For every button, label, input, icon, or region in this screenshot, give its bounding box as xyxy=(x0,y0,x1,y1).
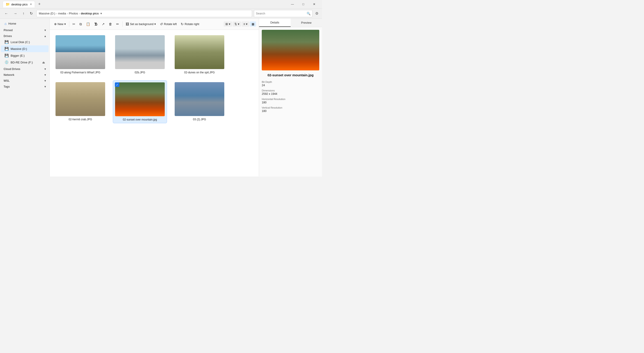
file-item[interactable]: 02b.JPG xyxy=(113,34,167,76)
dimensions-value: 2592 x 1944 xyxy=(262,92,319,96)
close-button[interactable]: ✕ xyxy=(309,1,319,8)
file-grid: 02-along Fisherman's Wharf.JPG 02b.JPG 0… xyxy=(50,30,259,176)
file-thumbnail xyxy=(115,35,165,69)
forward-button[interactable]: → xyxy=(12,10,19,16)
bit-depth-value: 24 xyxy=(262,84,319,87)
sidebar-item-bdre[interactable]: 💿 BD-RE Drive (F:) ⏏ xyxy=(1,59,48,66)
sort-icon: ⇅ xyxy=(234,22,237,26)
file-name: 02-along Fisherman's Wharf.JPG xyxy=(60,71,100,74)
compress-icon: 🗜 xyxy=(94,22,98,26)
rotate-right-label: Rotate right xyxy=(184,22,199,26)
copy-icon: ⧉ xyxy=(80,22,82,26)
new-dropdown-icon: ▾ xyxy=(64,22,66,26)
selection-checkbox[interactable]: ✓ xyxy=(115,82,119,87)
settings-button[interactable]: ⚙ xyxy=(314,10,319,16)
maximize-button[interactable]: □ xyxy=(298,1,308,8)
share-button[interactable]: ↗ xyxy=(100,21,106,27)
toolbar: ⊕ New ▾ ✂ ⧉ 📋 🗜 ↗ 🗑 xyxy=(50,18,259,30)
new-button[interactable]: ⊕ New ▾ xyxy=(52,21,68,27)
bit-depth-label: Bit Depth xyxy=(262,80,319,83)
plus-icon: ⊕ xyxy=(54,22,57,26)
file-item[interactable]: 02-hermit crab.JPG xyxy=(53,80,108,123)
rotate-left-button[interactable]: ↺ Rotate left xyxy=(158,21,178,27)
breadcrumb-drive[interactable]: Massive (D:) xyxy=(39,12,55,15)
sidebar: ⌂ Home Pinned ▾ Drives ▴ 💾 Local Disk (C… xyxy=(0,18,50,176)
toolbar-separator-2 xyxy=(122,22,122,27)
file-item-selected[interactable]: ✓ 02-sunset over mountain.jpg xyxy=(113,80,167,123)
set-background-label: Set as background xyxy=(130,22,154,26)
sidebar-network-section[interactable]: Network ▾ xyxy=(0,72,50,78)
toolbar-separator-1 xyxy=(69,22,69,27)
paste-button[interactable]: 📋 xyxy=(84,21,92,27)
paste-icon: 📋 xyxy=(86,22,90,26)
rotate-left-label: Rotate left xyxy=(164,22,177,26)
tab-details[interactable]: Details xyxy=(259,18,291,27)
sidebar-tags-section[interactable]: Tags ▾ xyxy=(0,83,50,89)
eject-button[interactable]: ⏏ xyxy=(42,61,45,64)
sidebar-pinned-section[interactable]: Pinned ▾ xyxy=(0,27,50,33)
breadcrumb-photos[interactable]: Photos xyxy=(69,12,78,15)
file-name: 03 (2).JPG xyxy=(193,118,206,121)
dimensions-label: Dimensions xyxy=(262,89,319,92)
bdre-label: BD-RE Drive (F:) xyxy=(10,61,33,64)
up-button[interactable]: ↑ xyxy=(21,10,26,16)
minimize-button[interactable]: — xyxy=(287,1,298,8)
file-thumbnail xyxy=(115,82,165,116)
sidebar-item-bigger[interactable]: 💾 Bigger (E:) xyxy=(1,52,48,59)
file-thumbnail xyxy=(175,82,224,116)
delete-button[interactable]: 🗑 xyxy=(107,21,114,27)
search-input[interactable] xyxy=(256,12,307,15)
titlebar: 📁 desktop pics ✕ + — □ ✕ xyxy=(0,0,322,8)
file-name: 02-sunset over mountain.jpg xyxy=(123,118,157,121)
file-item[interactable]: 03 (2).JPG xyxy=(172,80,226,123)
folder-icon: 📁 xyxy=(6,2,10,6)
sidebar-item-local-disk[interactable]: 💾 Local Disk (C:) xyxy=(1,38,48,45)
file-item[interactable]: 02-dunes on the spit.JPG xyxy=(172,34,226,76)
sidebar-drives-section[interactable]: Drives ▴ xyxy=(0,33,50,38)
rotate-right-button[interactable]: ↻ Rotate right xyxy=(179,21,201,27)
breadcrumb-dropdown-button[interactable]: ▾ xyxy=(100,12,102,15)
breadcrumb-current[interactable]: desktop pics xyxy=(81,12,98,15)
horiz-res-value: 180 xyxy=(262,101,319,104)
set-background-button[interactable]: 🖼 Set as background ▾ xyxy=(124,21,158,27)
cut-button[interactable]: ✂ xyxy=(71,21,77,27)
sidebar-cloud-section[interactable]: Cloud Drives ▾ xyxy=(0,66,50,72)
file-thumbnail xyxy=(175,35,224,69)
preview-image xyxy=(262,30,319,70)
view-type-button[interactable]: ⊞ ▾ xyxy=(224,22,232,27)
tab-label: desktop pics xyxy=(11,3,28,6)
local-disk-label: Local Disk (C:) xyxy=(10,40,30,44)
window-controls: — □ ✕ xyxy=(287,1,319,8)
search-icon: 🔍 xyxy=(307,12,310,15)
compress-button[interactable]: 🗜 xyxy=(92,21,100,27)
refresh-button[interactable]: ↻ xyxy=(28,10,34,16)
sidebar-wsl-section[interactable]: WSL ▾ xyxy=(0,78,50,83)
sort-button[interactable]: ⇅ ▾ xyxy=(233,22,241,27)
active-tab[interactable]: 📁 desktop pics ✕ xyxy=(3,1,35,8)
panel-content: 02-sunset over mountain.jpg Bit Depth 24… xyxy=(259,27,322,176)
breadcrumb[interactable]: Massive (D:) › media › Photos › desktop … xyxy=(36,10,252,17)
sidebar-item-home[interactable]: ⌂ Home xyxy=(1,20,48,27)
layout-button[interactable]: ▦ xyxy=(250,22,256,27)
vert-res-value: 180 xyxy=(262,110,319,113)
panel-tabs: Details Preview xyxy=(259,18,322,27)
breadcrumb-media[interactable]: media xyxy=(58,12,66,15)
layout-icon: ▦ xyxy=(252,22,254,26)
file-name: 02-hermit crab.JPG xyxy=(68,118,92,121)
rotate-left-icon: ↺ xyxy=(160,22,163,26)
titlebar-left: 📁 desktop pics ✕ + xyxy=(3,1,42,8)
file-item[interactable]: 02-along Fisherman's Wharf.JPG xyxy=(53,34,108,76)
copy-button[interactable]: ⧉ xyxy=(78,21,84,27)
add-tab-button[interactable]: + xyxy=(37,1,42,7)
rename-icon: ✏ xyxy=(116,22,119,26)
rename-button[interactable]: ✏ xyxy=(114,21,121,27)
tab-preview[interactable]: Preview xyxy=(291,18,322,27)
tab-close-button[interactable]: ✕ xyxy=(30,3,32,6)
sidebar-home-label: Home xyxy=(8,22,16,25)
sidebar-item-massive[interactable]: 💾 Massive (D:) xyxy=(1,45,48,52)
group-button[interactable]: ≡ ▾ xyxy=(242,22,249,27)
back-button[interactable]: ← xyxy=(3,10,10,16)
search-box[interactable]: 🔍 xyxy=(254,10,312,17)
detail-bit-depth: Bit Depth 24 xyxy=(262,80,319,87)
view-dropdown-icon: ▾ xyxy=(229,22,230,26)
